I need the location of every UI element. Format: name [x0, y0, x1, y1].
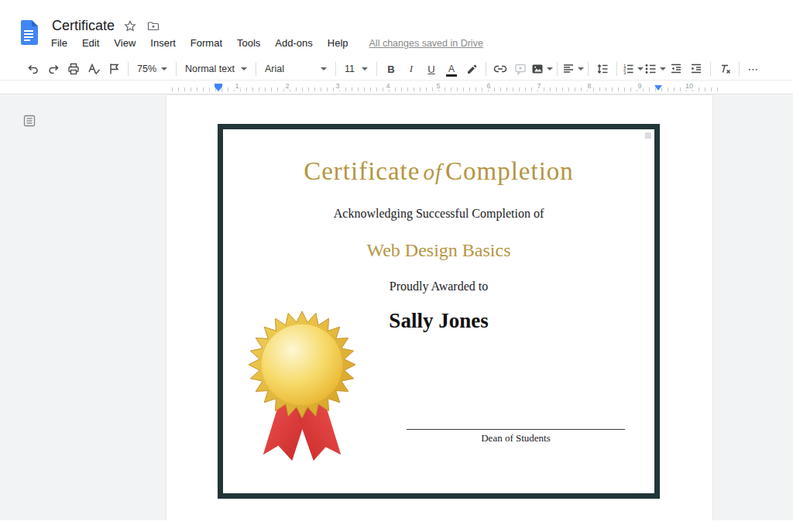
certificate-subtitle: Acknowledging Successful Completion of	[223, 207, 654, 221]
menu-tools[interactable]: Tools	[237, 37, 260, 49]
ruler-number: 10	[684, 82, 695, 90]
undo-icon[interactable]	[23, 60, 43, 78]
ruler-number: 1	[233, 82, 240, 90]
menu-format[interactable]: Format	[191, 37, 222, 49]
menu-bar: File Edit View Insert Format Tools Add-o…	[51, 37, 483, 49]
ruler-number: 9	[636, 82, 643, 90]
print-icon[interactable]	[64, 60, 84, 78]
menu-insert[interactable]: Insert	[150, 37, 176, 49]
chevron-down-icon	[241, 67, 247, 70]
certificate-course: Web Design Basics	[223, 240, 654, 261]
chevron-down-icon	[578, 67, 584, 70]
menu-view[interactable]: View	[114, 37, 136, 49]
paragraph-style-select[interactable]: Normal text	[180, 60, 252, 78]
redo-icon[interactable]	[43, 60, 64, 78]
ruler: 1 2 3 4 5 6 7 8 9 10	[0, 81, 793, 94]
header: Certificate File Edit View Insert Format…	[0, 0, 793, 58]
chevron-down-icon	[637, 67, 644, 70]
clear-formatting-icon[interactable]	[715, 60, 735, 78]
ruler-number: 2	[283, 82, 290, 90]
menu-help[interactable]: Help	[328, 37, 348, 49]
numbered-list-icon[interactable]: 123	[621, 60, 644, 78]
font-size-select[interactable]: 11	[340, 60, 372, 78]
document-canvas: CertificateofCompletion Acknowledging Su…	[0, 95, 793, 520]
paint-format-icon[interactable]	[104, 60, 124, 78]
left-indent-marker[interactable]	[215, 84, 222, 91]
toolbar: 75% Normal text Arial 11 B I U A	[0, 58, 793, 81]
ruler-number: 5	[434, 82, 441, 90]
certificate-awarded-label: Proudly Awarded to	[223, 280, 654, 293]
underline-button[interactable]: U	[421, 60, 441, 78]
increase-indent-icon[interactable]	[686, 60, 706, 78]
text-color-button[interactable]: A	[441, 60, 462, 78]
star-icon[interactable]	[124, 20, 136, 33]
menu-addons[interactable]: Add-ons	[275, 37, 312, 49]
document-outline-icon[interactable]	[22, 114, 36, 128]
ruler-number: 3	[334, 82, 341, 90]
right-indent-marker[interactable]	[654, 85, 662, 91]
line-spacing-icon[interactable]	[592, 60, 613, 78]
save-status-link[interactable]: All changes saved in Drive	[369, 38, 483, 49]
chevron-down-icon	[321, 67, 327, 70]
chevron-down-icon	[660, 67, 666, 70]
more-options-button[interactable]: ⋯	[743, 60, 764, 78]
image-handle[interactable]	[645, 132, 651, 139]
menu-file[interactable]: File	[51, 37, 67, 49]
signature-label: Dean of Students	[407, 432, 625, 444]
move-to-folder-icon[interactable]	[147, 20, 160, 33]
document-title[interactable]: Certificate	[52, 18, 115, 34]
svg-text:3: 3	[623, 70, 627, 75]
menu-edit[interactable]: Edit	[82, 37, 99, 49]
certificate-image[interactable]: CertificateofCompletion Acknowledging Su…	[218, 124, 660, 499]
certificate-title: CertificateofCompletion	[223, 157, 654, 186]
bold-button[interactable]: B	[381, 60, 401, 78]
chevron-down-icon	[547, 67, 553, 70]
gold-rosette-ribbon-icon	[245, 310, 359, 466]
ruler-number: 8	[585, 82, 592, 90]
font-select[interactable]: Arial	[260, 60, 331, 78]
window-bottom-edge	[0, 520, 793, 532]
document-page[interactable]: CertificateofCompletion Acknowledging Su…	[166, 95, 712, 520]
add-comment-icon[interactable]	[510, 60, 530, 78]
ruler-number: 7	[535, 82, 542, 90]
bulleted-list-icon[interactable]	[644, 60, 666, 78]
italic-button[interactable]: I	[401, 60, 421, 78]
zoom-select[interactable]: 75%	[132, 60, 172, 78]
ruler-number: 4	[384, 82, 391, 90]
ruler-number: 6	[485, 82, 492, 90]
insert-image-icon[interactable]	[530, 60, 553, 78]
chevron-down-icon	[362, 67, 368, 70]
spelling-check-icon[interactable]	[84, 60, 104, 78]
insert-link-icon[interactable]	[490, 60, 510, 78]
align-icon[interactable]	[561, 60, 584, 78]
decrease-indent-icon[interactable]	[666, 60, 686, 78]
chevron-down-icon	[161, 67, 167, 70]
google-docs-icon[interactable]	[19, 20, 38, 45]
signature-block: Dean of Students	[407, 429, 625, 444]
signature-line	[407, 429, 625, 430]
highlight-color-icon[interactable]	[462, 60, 482, 78]
google-docs-window: Certificate File Edit View Insert Format…	[0, 0, 793, 532]
